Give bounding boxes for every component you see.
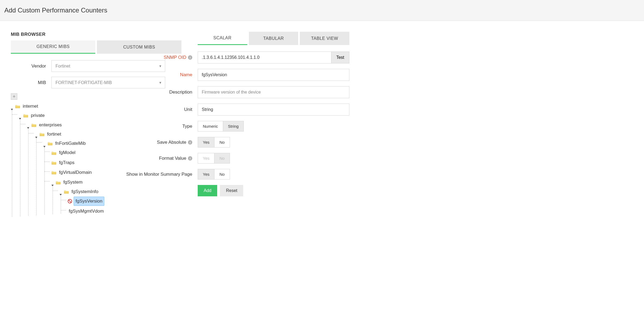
tree-node-fgvirtualdomain[interactable]: fgVirtualDomain <box>51 168 181 177</box>
expand-toggle-icon[interactable] <box>43 142 46 145</box>
details-panel: SCALAR TABULAR TABLE VIEW SNMP OID i Tes… <box>198 32 349 220</box>
mib-tree: internet private <box>11 101 181 220</box>
format-value-toggle: Yes No <box>198 153 230 164</box>
show-summary-toggle: Yes No <box>198 169 230 180</box>
save-absolute-toggle: Yes No <box>198 137 230 148</box>
tree-node-internet[interactable]: internet <box>11 102 181 111</box>
page-header: Add Custom Performance Counters <box>0 0 644 21</box>
tree-node-fnfortigatemib[interactable]: fnFortiGateMib <box>43 139 181 148</box>
mib-browser-title: MIB BROWSER <box>11 32 181 37</box>
vendor-select[interactable]: Fortinet <box>51 60 165 72</box>
info-icon[interactable]: i <box>188 156 192 161</box>
format-value-yes-button: Yes <box>198 153 214 163</box>
unit-input[interactable] <box>198 104 349 116</box>
unit-label: Unit <box>184 107 192 112</box>
add-button[interactable]: Add <box>198 185 217 196</box>
folder-icon <box>64 190 69 194</box>
tab-scalar[interactable]: SCALAR <box>198 32 247 45</box>
tab-tabular[interactable]: TABULAR <box>249 32 298 45</box>
folder-icon <box>56 181 61 184</box>
snmp-oid-input[interactable] <box>198 52 331 63</box>
info-icon[interactable]: i <box>188 140 192 145</box>
mib-label: MIB <box>11 80 51 85</box>
expand-toggle-icon[interactable] <box>27 124 30 126</box>
tree-node-fortinet[interactable]: fortinet <box>35 130 181 139</box>
mib-select[interactable]: FORTINET-FORTIGATE-MIB <box>51 77 165 88</box>
folder-icon <box>51 171 56 174</box>
info-icon[interactable]: i <box>188 55 192 60</box>
details-tabs: SCALAR TABULAR TABLE VIEW <box>198 32 349 45</box>
name-input[interactable] <box>198 69 349 81</box>
expand-toggle-icon[interactable] <box>60 190 62 193</box>
show-summary-yes-button[interactable]: Yes <box>198 169 214 179</box>
tree-node-fgtraps[interactable]: fgTraps <box>51 158 181 167</box>
save-absolute-no-button[interactable]: No <box>214 137 229 147</box>
save-absolute-yes-button[interactable]: Yes <box>198 137 214 147</box>
type-string-button[interactable]: String <box>223 121 243 131</box>
tree-node-fgsysversion[interactable]: fgSysVersion <box>68 197 181 206</box>
format-value-no-button: No <box>214 153 229 163</box>
folder-icon <box>40 132 44 136</box>
vendor-label: Vendor <box>11 63 51 69</box>
type-numeric-button[interactable]: Numeric <box>198 121 223 131</box>
description-label: Description <box>169 89 192 95</box>
tab-generic-mibs[interactable]: GENERIC MIBS <box>11 40 95 54</box>
page-title: Add Custom Performance Counters <box>4 7 640 14</box>
tree-node-fgmodel[interactable]: fgModel <box>51 148 181 157</box>
tree-node-fgsystem[interactable]: fgSystem <box>51 178 181 187</box>
type-toggle: Numeric String <box>198 121 244 132</box>
folder-icon <box>31 123 36 127</box>
tab-table-view[interactable]: TABLE VIEW <box>300 32 349 45</box>
description-input[interactable] <box>198 86 349 98</box>
snmp-oid-label: SNMP OID <box>164 55 186 60</box>
name-label: Name <box>180 72 192 78</box>
forbidden-icon <box>68 199 72 203</box>
folder-icon <box>51 161 56 165</box>
mib-browser-panel: MIB BROWSER GENERIC MIBS CUSTOM MIBS Ven… <box>11 32 181 220</box>
show-summary-no-button[interactable]: No <box>214 169 229 179</box>
tree-node-fgsysteminfo[interactable]: fgSystemInfo <box>60 187 181 196</box>
reset-button[interactable]: Reset <box>220 185 243 196</box>
folder-icon <box>48 142 53 145</box>
tree-node-fgsysmgmtvdom[interactable]: fgSysMgmtVdom <box>68 207 181 216</box>
folder-icon <box>15 104 20 108</box>
expand-toggle-icon[interactable] <box>19 114 22 117</box>
expand-toggle-icon[interactable] <box>11 105 14 108</box>
folder-icon <box>23 114 28 117</box>
expand-toggle-icon[interactable] <box>35 133 38 136</box>
tree-node-enterprises[interactable]: enterprises <box>27 121 181 129</box>
folder-icon <box>51 151 56 155</box>
expand-toggle-icon[interactable] <box>51 181 54 184</box>
add-tree-node-button[interactable]: + <box>11 93 17 100</box>
test-button[interactable]: Test <box>331 52 349 63</box>
type-label: Type <box>182 124 192 129</box>
tree-node-private[interactable]: private <box>19 111 181 120</box>
